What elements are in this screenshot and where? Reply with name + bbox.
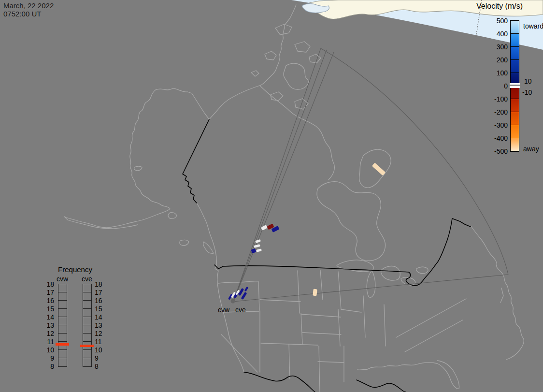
tick-label: 17 bbox=[40, 289, 54, 297]
tick-label: -400 bbox=[483, 132, 508, 145]
velocity-colorbar-segment bbox=[511, 34, 519, 47]
tick-label: -500 bbox=[483, 145, 508, 158]
frequency-bar-cell bbox=[58, 358, 67, 366]
tick-label: 16 bbox=[95, 297, 109, 305]
radar-site-dot bbox=[231, 299, 235, 304]
tick-label: 12 bbox=[95, 330, 109, 338]
frequency-col-cve: cve bbox=[80, 275, 94, 283]
frequency-legend-title: Frequency bbox=[50, 265, 100, 274]
velocity-tick-labels: 5004003002001000-100-200-300-400-500 bbox=[483, 15, 508, 158]
velocity-echo-white bbox=[261, 225, 268, 231]
fov-left-edge bbox=[233, 48, 321, 302]
tick-label: -300 bbox=[483, 119, 508, 132]
tick-label: 13 bbox=[95, 321, 109, 330]
velocity-colorbar-segment bbox=[511, 21, 519, 34]
tick-label: 300 bbox=[483, 41, 508, 54]
velocity-colorbar-segment bbox=[511, 86, 519, 99]
frequency-bar-cell bbox=[83, 317, 91, 325]
tick-label: -100 bbox=[483, 93, 508, 106]
velocity-echo-navy bbox=[244, 287, 249, 292]
frequency-bar-cell bbox=[58, 317, 67, 325]
tick-label: 100 bbox=[483, 67, 508, 80]
tick-label: 8 bbox=[95, 363, 109, 371]
frequency-bar-cvw bbox=[58, 284, 67, 367]
frequency-bar-cell bbox=[83, 284, 91, 292]
away-label: away bbox=[523, 145, 539, 153]
tick-label: 18 bbox=[40, 280, 54, 289]
frequency-bar-cell bbox=[58, 334, 67, 342]
frequency-bar-cell bbox=[83, 301, 91, 309]
frequency-bar-cell bbox=[83, 292, 91, 301]
frequency-bar-cell bbox=[58, 284, 67, 292]
date-text: March, 22 2022 bbox=[3, 1, 54, 10]
velocity-colorbar-segment bbox=[511, 125, 519, 138]
frequency-marker-cvw bbox=[56, 343, 69, 346]
frequency-bar-cell bbox=[58, 309, 67, 317]
radar-map-plot: March, 22 20220752:00 UT Velocity (m/s) … bbox=[0, 0, 543, 392]
frequency-bar-cell bbox=[83, 334, 91, 342]
velocity-colorbar-segment bbox=[511, 99, 519, 112]
frequency-bar-cell bbox=[58, 350, 67, 358]
threshold-plus10-label: 10 bbox=[524, 77, 532, 85]
frequency-col-cvw: cvw bbox=[55, 275, 70, 283]
datetime-label: March, 22 20220752:00 UT bbox=[3, 1, 54, 18]
tick-label: 10 bbox=[40, 346, 54, 354]
frequency-bar-cell bbox=[58, 292, 67, 301]
tick-label: 500 bbox=[483, 15, 508, 28]
frequency-bar-cell bbox=[83, 350, 91, 358]
country-borders bbox=[183, 119, 471, 392]
velocity-zero-band bbox=[510, 83, 520, 88]
tick-label: 9 bbox=[95, 354, 109, 363]
velocity-echo-white bbox=[256, 248, 262, 252]
frequency-bar-cell bbox=[83, 325, 91, 334]
map-svg bbox=[0, 0, 543, 392]
frequency-tick-labels-right: 18171615141312111098 bbox=[95, 280, 109, 371]
velocity-colorbar-segment bbox=[511, 47, 519, 60]
tick-label: 15 bbox=[95, 305, 109, 313]
coastlines bbox=[64, 5, 524, 392]
tick-label: 200 bbox=[483, 54, 508, 67]
tick-label: 15 bbox=[40, 305, 54, 313]
tick-label: 400 bbox=[483, 28, 508, 41]
frequency-bar-cell bbox=[58, 301, 67, 309]
threshold-minus10-label: -10 bbox=[522, 88, 532, 96]
frequency-bar-cell bbox=[83, 309, 91, 317]
tick-label: 9 bbox=[40, 354, 54, 363]
tick-label: 10 bbox=[95, 346, 109, 354]
velocity-colorbar-segment bbox=[511, 138, 519, 151]
tick-label: 18 bbox=[95, 280, 109, 289]
time-text: 0752:00 UT bbox=[3, 10, 41, 18]
echo-layer bbox=[228, 163, 386, 300]
tick-label: 16 bbox=[40, 297, 54, 305]
velocity-echo-peach bbox=[372, 163, 386, 176]
tick-label: 11 bbox=[40, 338, 54, 346]
tick-label: 0 bbox=[483, 80, 508, 93]
velocity-echo-navy bbox=[241, 292, 247, 300]
velocity-echo-peach bbox=[313, 289, 317, 296]
velocity-colorbar-segment bbox=[511, 60, 519, 73]
tick-label: 17 bbox=[95, 289, 109, 297]
tick-label: 12 bbox=[40, 330, 54, 338]
tick-label: -200 bbox=[483, 106, 508, 119]
tick-label: 13 bbox=[40, 321, 54, 330]
tick-label: 14 bbox=[40, 313, 54, 321]
frequency-tick-labels-left: 18171615141312111098 bbox=[40, 280, 54, 371]
frequency-marker-cve bbox=[80, 345, 94, 347]
tick-label: 14 bbox=[95, 313, 109, 321]
map-label-cvw: cvw bbox=[218, 306, 229, 314]
tick-label: 11 bbox=[95, 338, 109, 346]
velocity-colorbar-segment bbox=[511, 112, 519, 125]
fov-outer-arc bbox=[321, 48, 508, 275]
frequency-bar-cell bbox=[83, 358, 91, 366]
toward-label: toward bbox=[523, 22, 543, 30]
frequency-bar-cve bbox=[83, 284, 92, 367]
map-label-cve: cve bbox=[235, 306, 246, 314]
tick-label: 8 bbox=[40, 363, 54, 371]
velocity-legend-title: Velocity (m/s) bbox=[476, 2, 543, 11]
frequency-bar-cell bbox=[58, 325, 67, 334]
fov-beam-line bbox=[233, 50, 327, 302]
